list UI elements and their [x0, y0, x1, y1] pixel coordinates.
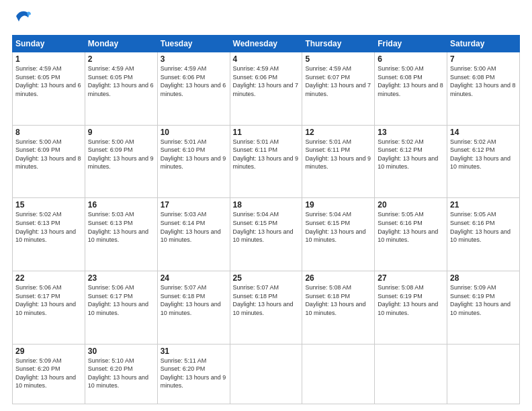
weekday-header-sunday: Sunday [13, 36, 85, 52]
day-number: 16 [88, 200, 154, 210]
cell-content: Sunrise: 5:05 AM Sunset: 6:16 PM Dayligh… [450, 210, 517, 244]
day-number: 3 [161, 54, 227, 64]
day-number: 25 [233, 273, 300, 283]
cell-content: Sunrise: 5:01 AM Sunset: 6:11 PM Dayligh… [305, 138, 371, 171]
calendar-cell: 7 Sunrise: 5:00 AM Sunset: 6:08 PM Dayli… [447, 52, 520, 126]
calendar-cell: 22 Sunrise: 5:06 AM Sunset: 6:17 PM Dayl… [13, 271, 85, 344]
weekday-header-friday: Friday [375, 36, 447, 52]
day-number: 27 [378, 273, 444, 283]
day-number: 5 [305, 54, 371, 64]
calendar-cell: 8 Sunrise: 5:00 AM Sunset: 6:09 PM Dayli… [13, 125, 85, 198]
day-number: 26 [305, 273, 371, 283]
cell-content: Sunrise: 5:02 AM Sunset: 6:12 PM Dayligh… [378, 138, 444, 171]
calendar-cell: 18 Sunrise: 5:04 AM Sunset: 6:15 PM Dayl… [230, 198, 302, 271]
calendar-week-2: 8 Sunrise: 5:00 AM Sunset: 6:09 PM Dayli… [13, 125, 520, 198]
weekday-header-row: SundayMondayTuesdayWednesdayThursdayFrid… [13, 36, 520, 52]
calendar-week-3: 15 Sunrise: 5:02 AM Sunset: 6:13 PM Dayl… [13, 198, 520, 271]
calendar-cell: 9 Sunrise: 5:00 AM Sunset: 6:09 PM Dayli… [85, 125, 157, 198]
cell-content: Sunrise: 5:00 AM Sunset: 6:09 PM Dayligh… [88, 138, 154, 171]
calendar-cell: 12 Sunrise: 5:01 AM Sunset: 6:11 PM Dayl… [302, 125, 375, 198]
day-number: 13 [378, 128, 444, 137]
day-number: 29 [15, 347, 82, 356]
day-number: 22 [15, 273, 82, 283]
calendar-cell: 11 Sunrise: 5:01 AM Sunset: 6:11 PM Dayl… [230, 125, 302, 198]
cell-content: Sunrise: 5:08 AM Sunset: 6:19 PM Dayligh… [378, 283, 444, 317]
logo-bird-icon [13, 7, 32, 28]
calendar-cell: 6 Sunrise: 5:00 AM Sunset: 6:08 PM Dayli… [375, 52, 447, 126]
calendar-cell: 24 Sunrise: 5:07 AM Sunset: 6:18 PM Dayl… [157, 271, 230, 344]
cell-content: Sunrise: 5:07 AM Sunset: 6:18 PM Dayligh… [233, 283, 300, 317]
cell-content: Sunrise: 5:00 AM Sunset: 6:08 PM Dayligh… [450, 64, 517, 98]
cell-content: Sunrise: 5:00 AM Sunset: 6:09 PM Dayligh… [15, 138, 82, 171]
calendar-cell [447, 344, 520, 404]
cell-content: Sunrise: 5:07 AM Sunset: 6:18 PM Dayligh… [161, 283, 227, 317]
day-number: 12 [305, 128, 371, 137]
calendar-cell: 19 Sunrise: 5:04 AM Sunset: 6:15 PM Dayl… [302, 198, 375, 271]
calendar-cell [302, 344, 375, 404]
calendar-cell: 2 Sunrise: 4:59 AM Sunset: 6:05 PM Dayli… [85, 52, 157, 126]
calendar-week-5: 29 Sunrise: 5:09 AM Sunset: 6:20 PM Dayl… [13, 344, 520, 404]
calendar-cell: 30 Sunrise: 5:10 AM Sunset: 6:20 PM Dayl… [85, 344, 157, 404]
calendar-cell: 27 Sunrise: 5:08 AM Sunset: 6:19 PM Dayl… [375, 271, 447, 344]
day-number: 7 [450, 54, 517, 64]
day-number: 10 [161, 128, 227, 137]
day-number: 11 [233, 128, 300, 137]
day-number: 6 [378, 54, 444, 64]
calendar-cell: 28 Sunrise: 5:09 AM Sunset: 6:19 PM Dayl… [447, 271, 520, 344]
cell-content: Sunrise: 5:08 AM Sunset: 6:18 PM Dayligh… [305, 283, 371, 317]
day-number: 1 [15, 54, 82, 64]
cell-content: Sunrise: 4:59 AM Sunset: 6:05 PM Dayligh… [88, 64, 154, 98]
calendar-cell: 16 Sunrise: 5:03 AM Sunset: 6:13 PM Dayl… [85, 198, 157, 271]
cell-content: Sunrise: 5:09 AM Sunset: 6:19 PM Dayligh… [450, 283, 517, 317]
header [12, 11, 520, 28]
calendar-cell: 20 Sunrise: 5:05 AM Sunset: 6:16 PM Dayl… [375, 198, 447, 271]
cell-content: Sunrise: 5:01 AM Sunset: 6:11 PM Dayligh… [233, 138, 300, 171]
calendar-page: SundayMondayTuesdayWednesdayThursdayFrid… [0, 0, 532, 411]
day-number: 23 [88, 273, 154, 283]
cell-content: Sunrise: 5:06 AM Sunset: 6:17 PM Dayligh… [15, 283, 82, 317]
weekday-header-wednesday: Wednesday [230, 36, 302, 52]
calendar-cell: 17 Sunrise: 5:03 AM Sunset: 6:14 PM Dayl… [157, 198, 230, 271]
cell-content: Sunrise: 5:00 AM Sunset: 6:08 PM Dayligh… [378, 64, 444, 98]
calendar-cell [375, 344, 447, 404]
logo [12, 11, 32, 28]
calendar-week-1: 1 Sunrise: 4:59 AM Sunset: 6:05 PM Dayli… [13, 52, 520, 126]
calendar-cell: 13 Sunrise: 5:02 AM Sunset: 6:12 PM Dayl… [375, 125, 447, 198]
day-number: 15 [15, 200, 82, 210]
cell-content: Sunrise: 5:01 AM Sunset: 6:10 PM Dayligh… [161, 138, 227, 171]
calendar-cell: 1 Sunrise: 4:59 AM Sunset: 6:05 PM Dayli… [13, 52, 85, 126]
weekday-header-monday: Monday [85, 36, 157, 52]
calendar-table: SundayMondayTuesdayWednesdayThursdayFrid… [12, 35, 520, 404]
calendar-cell: 5 Sunrise: 4:59 AM Sunset: 6:07 PM Dayli… [302, 52, 375, 126]
day-number: 20 [378, 200, 444, 210]
calendar-cell: 4 Sunrise: 4:59 AM Sunset: 6:06 PM Dayli… [230, 52, 302, 126]
calendar-cell: 10 Sunrise: 5:01 AM Sunset: 6:10 PM Dayl… [157, 125, 230, 198]
weekday-header-thursday: Thursday [302, 36, 375, 52]
cell-content: Sunrise: 4:59 AM Sunset: 6:06 PM Dayligh… [233, 64, 300, 98]
day-number: 21 [450, 200, 517, 210]
cell-content: Sunrise: 5:04 AM Sunset: 6:15 PM Dayligh… [233, 210, 300, 244]
cell-content: Sunrise: 4:59 AM Sunset: 6:06 PM Dayligh… [161, 64, 227, 98]
cell-content: Sunrise: 5:02 AM Sunset: 6:12 PM Dayligh… [450, 138, 517, 171]
calendar-week-4: 22 Sunrise: 5:06 AM Sunset: 6:17 PM Dayl… [13, 271, 520, 344]
day-number: 9 [88, 128, 154, 137]
cell-content: Sunrise: 5:09 AM Sunset: 6:20 PM Dayligh… [15, 357, 82, 390]
cell-content: Sunrise: 5:06 AM Sunset: 6:17 PM Dayligh… [88, 283, 154, 317]
day-number: 19 [305, 200, 371, 210]
cell-content: Sunrise: 5:03 AM Sunset: 6:14 PM Dayligh… [161, 210, 227, 244]
day-number: 17 [161, 200, 227, 210]
day-number: 30 [88, 347, 154, 356]
calendar-cell: 14 Sunrise: 5:02 AM Sunset: 6:12 PM Dayl… [447, 125, 520, 198]
cell-content: Sunrise: 5:02 AM Sunset: 6:13 PM Dayligh… [15, 210, 82, 244]
day-number: 24 [161, 273, 227, 283]
calendar-cell: 15 Sunrise: 5:02 AM Sunset: 6:13 PM Dayl… [13, 198, 85, 271]
cell-content: Sunrise: 5:04 AM Sunset: 6:15 PM Dayligh… [305, 210, 371, 244]
day-number: 14 [450, 128, 517, 137]
calendar-cell [230, 344, 302, 404]
cell-content: Sunrise: 5:03 AM Sunset: 6:13 PM Dayligh… [88, 210, 154, 244]
day-number: 28 [450, 273, 517, 283]
calendar-cell: 21 Sunrise: 5:05 AM Sunset: 6:16 PM Dayl… [447, 198, 520, 271]
cell-content: Sunrise: 5:10 AM Sunset: 6:20 PM Dayligh… [88, 357, 154, 390]
calendar-cell: 25 Sunrise: 5:07 AM Sunset: 6:18 PM Dayl… [230, 271, 302, 344]
calendar-cell: 26 Sunrise: 5:08 AM Sunset: 6:18 PM Dayl… [302, 271, 375, 344]
